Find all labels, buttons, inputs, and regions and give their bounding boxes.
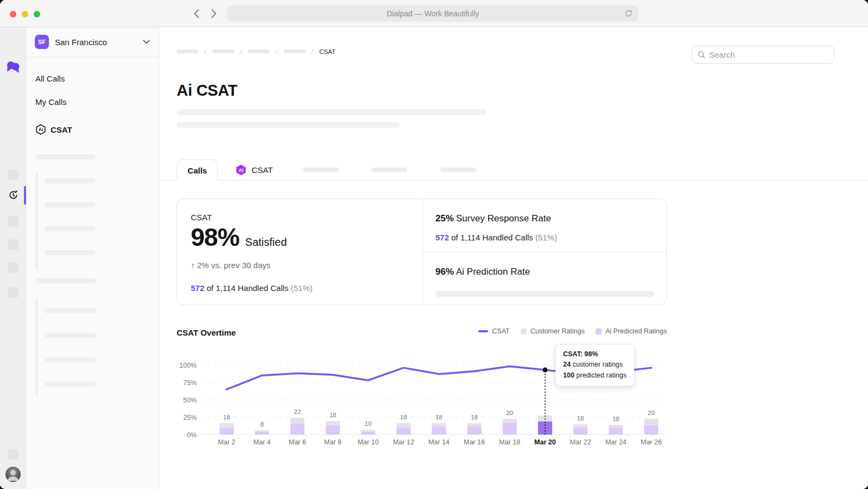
handled-percent: (51%)	[291, 283, 313, 293]
skeleton-description-line	[177, 122, 399, 128]
svg-text:18: 18	[223, 414, 230, 420]
square-swatch-icon	[521, 329, 527, 335]
browser-chrome: Dialpad — Work Beautifully	[0, 0, 868, 27]
ai-hexagon-icon: Ai	[235, 164, 247, 176]
svg-text:Mar 16: Mar 16	[464, 438, 485, 446]
tooltip-text: predicted ratings	[576, 372, 626, 379]
rail-placeholder-icon	[8, 239, 18, 250]
svg-text:75%: 75%	[183, 379, 197, 387]
workspace-selector[interactable]: SF San Francisco	[26, 27, 159, 57]
sidebar-item-all-calls[interactable]: All Calls	[35, 73, 65, 83]
sidebar-item-label: CSAT	[51, 125, 72, 134]
skeleton-group-header	[36, 278, 96, 283]
csat-card-label: CSAT	[191, 213, 422, 222]
skeleton-tree-line	[36, 299, 38, 395]
skeleton-bar	[435, 291, 654, 297]
csat-overtime-chart: 0%25%50%75%100%18822181018181820181820Ma…	[177, 351, 667, 454]
main-content: / / / / CSAT Ai CSAT Calls Ai	[159, 27, 868, 489]
tab-csat[interactable]: Ai CSAT	[227, 159, 282, 180]
history-icon[interactable]	[8, 190, 18, 202]
breadcrumb-separator: /	[276, 47, 278, 55]
svg-text:Mar 24: Mar 24	[605, 438, 627, 446]
breadcrumb-placeholder[interactable]	[213, 49, 234, 53]
prediction-rate-value: 96%	[435, 267, 454, 277]
breadcrumb-placeholder[interactable]	[284, 49, 305, 53]
svg-text:20: 20	[648, 410, 655, 416]
page-title: Ai CSAT	[177, 82, 238, 100]
breadcrumb-placeholder[interactable]	[248, 49, 270, 53]
svg-text:Mar 20: Mar 20	[534, 438, 556, 446]
svg-text:50%: 50%	[183, 397, 197, 404]
page-title-text: Dialpad — Work Beautifully	[386, 9, 479, 18]
svg-text:Ai: Ai	[39, 127, 43, 132]
sidebar-item-csat[interactable]: Ai CSAT	[35, 125, 72, 134]
csat-value-suffix: Satisfied	[245, 236, 287, 249]
svg-text:22: 22	[294, 408, 301, 415]
browser-forward-button[interactable]	[207, 7, 220, 20]
legend-item-customer-ratings: Customer Ratings	[521, 327, 585, 335]
square-swatch-icon	[596, 329, 602, 335]
ai-prediction-card: 96%Ai Prediction Rate	[423, 252, 666, 305]
svg-text:Mar 12: Mar 12	[393, 438, 414, 446]
reload-icon[interactable]	[624, 9, 633, 20]
search-icon	[698, 51, 705, 59]
sidebar: SF San Francisco All Calls My Calls Ai C…	[26, 27, 159, 489]
sidebar-item-label: My Calls	[35, 97, 67, 107]
tooltip-title: CSAT: 98%	[563, 349, 627, 360]
workspace-badge: SF	[35, 35, 49, 49]
search-input[interactable]	[709, 50, 828, 59]
tab-calls[interactable]: Calls	[177, 159, 218, 181]
breadcrumb-separator: /	[240, 47, 242, 55]
skeleton-tab	[371, 168, 407, 172]
skeleton-bar	[45, 357, 96, 362]
legend-label: Customer Ratings	[530, 327, 585, 335]
sidebar-item-my-calls[interactable]: My Calls	[35, 97, 67, 107]
svg-text:Mar 10: Mar 10	[358, 438, 379, 446]
minimize-window-button[interactable]	[22, 11, 28, 17]
browser-back-button[interactable]	[190, 7, 203, 20]
search-box[interactable]	[692, 46, 834, 64]
tab-label: Calls	[188, 166, 207, 175]
tooltip-value: 24	[563, 361, 571, 368]
app-body: SF San Francisco All Calls My Calls Ai C…	[0, 27, 868, 489]
svg-text:Mar 6: Mar 6	[289, 438, 306, 446]
dialpad-logo[interactable]	[6, 61, 20, 76]
zoom-window-button[interactable]	[34, 11, 40, 17]
svg-text:Ai: Ai	[239, 168, 243, 173]
legend-item-csat: CSAT	[478, 327, 509, 335]
skeleton-bar	[45, 250, 96, 255]
svg-text:18: 18	[613, 416, 620, 422]
breadcrumb-current: CSAT	[320, 48, 336, 55]
breadcrumb-separator: /	[311, 47, 314, 55]
breadcrumb-placeholder[interactable]	[177, 49, 198, 53]
handled-percent: (51%)	[535, 233, 557, 242]
tooltip-row: 100 predicted ratings	[563, 370, 627, 381]
skeleton-bar	[45, 382, 96, 387]
skeleton-bar	[45, 308, 96, 313]
rail-placeholder-icon	[8, 287, 18, 298]
breadcrumb: / / / / CSAT	[177, 47, 335, 55]
skeleton-bar	[45, 202, 96, 207]
csat-stat-card: CSAT 98% Satisfied ↑ 2% vs. prev 30 days…	[177, 199, 423, 305]
skeleton-bar	[45, 333, 96, 338]
user-avatar[interactable]	[5, 467, 21, 482]
url-bar[interactable]: Dialpad — Work Beautifully	[227, 5, 639, 22]
skeleton-tab	[440, 168, 476, 172]
svg-text:Mar 8: Mar 8	[324, 438, 341, 446]
svg-text:18: 18	[577, 415, 584, 422]
survey-handled-calls: 572 of 1,114 Handled Calls (51%)	[435, 233, 666, 242]
app-window: Dialpad — Work Beautifully	[0, 0, 868, 489]
svg-text:18: 18	[471, 414, 478, 420]
close-window-button[interactable]	[10, 11, 16, 17]
svg-text:25%: 25%	[183, 414, 197, 422]
svg-text:Mar 26: Mar 26	[641, 438, 662, 446]
stats-panel: CSAT 98% Satisfied ↑ 2% vs. prev 30 days…	[177, 199, 667, 305]
handled-text: of 1,114 Handled Calls	[207, 283, 289, 293]
rail-placeholder-icon	[8, 262, 18, 273]
handled-count: 572	[435, 233, 449, 242]
prediction-rate-label: Ai Prediction Rate	[456, 267, 530, 277]
legend-label: CSAT	[492, 327, 509, 335]
workspace-name: San Francisco	[55, 38, 143, 47]
rail-placeholder-icon	[8, 216, 18, 227]
chevron-left-icon	[193, 9, 199, 18]
